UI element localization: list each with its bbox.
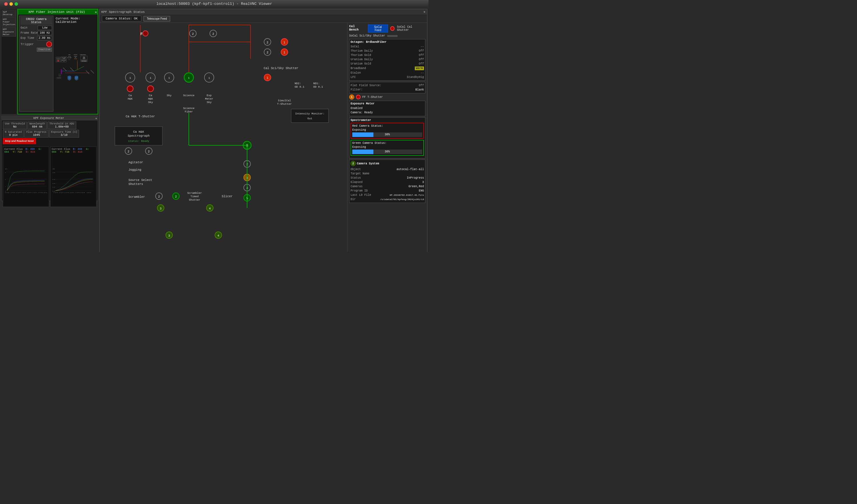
svg-text:Mirror: Mirror (58, 75, 61, 75)
svg-text:Sky: Sky (207, 101, 212, 104)
fiu-close[interactable]: ✕ (95, 10, 97, 14)
svg-point-105 (127, 86, 133, 91)
exp-meter-enabled: Enabled (351, 107, 363, 110)
camera-status-ok: Camera Status: OK (102, 16, 141, 21)
trigger-label: Trigger (20, 43, 34, 46)
svg-text:11:34:30: 11:34:30 (16, 192, 20, 193)
svg-text:3: 3 (160, 207, 162, 210)
svg-text:2: 2 (267, 51, 268, 54)
camera-system-section: 2 Camera System Object autocal-flat-all … (349, 159, 425, 203)
svg-text:Ca: Ca (149, 94, 152, 97)
socal-sci-sky-label: SoCal Sci/Sky Shutter (349, 34, 385, 37)
cameras-val: Green,Red (408, 185, 424, 188)
camera-system-label: Camera System (357, 162, 379, 165)
svg-text:0.75: 0.75 (52, 179, 55, 180)
svg-text:2: 2 (175, 195, 177, 198)
sidebar-item-kpf-desktop[interactable]: kpf Desktop (2, 10, 16, 17)
svg-text:1: 1 (208, 77, 210, 79)
svg-text:Shutter: Shutter (189, 198, 200, 201)
svg-text:2: 2 (267, 41, 268, 44)
exp-time-ctrl-value: 3/10 (51, 134, 77, 137)
fiu-panel: KPF Fiber Injection Unit (FIU) ✕ CRED2 C… (17, 9, 98, 115)
svg-text:ADC Stage: ADC Stage (67, 57, 72, 58)
stop-readout-button[interactable]: Stop and Readout Now! (3, 138, 36, 144)
threshold-box: Threshold in ADU 1.00e+09 (47, 121, 76, 129)
svg-text:11:35:14: 11:35:14 (86, 192, 91, 193)
cameras-label: Cameras (351, 185, 363, 188)
broadband-row: Broadband Warm (351, 66, 424, 71)
svg-text:Fiber: Fiber (185, 110, 193, 113)
svg-text:Off: Off (69, 80, 70, 81)
status-label: Status (351, 177, 361, 180)
cal-bench-header: Cal Bench SoCal Feed SoCal Cal Shutter (349, 24, 425, 33)
threshold-label: Threshold in ADU (49, 122, 74, 125)
ff-red-btn[interactable] (356, 95, 360, 99)
chart1-r-label: R: 816 (26, 151, 36, 153)
svg-text:1: 1 (129, 77, 131, 79)
exp-meter-status-label: Exposure Meter (351, 102, 424, 105)
exp-time-value: 2.00 ms (37, 36, 52, 40)
svg-text:closed: closed (57, 59, 60, 60)
mode-label: Current Mode: Calibration (56, 17, 95, 24)
status-val: InProgress (407, 177, 424, 180)
exp-meter-titlebar: KPF Exposure Meter ✕ (2, 116, 98, 120)
svg-text:CaHK: CaHK (68, 77, 70, 78)
spectrometer-label: Spectrometer (351, 119, 424, 122)
svg-text:Fiber: Fiber (75, 78, 78, 79)
n-saturated-box: N Saturated 0 pix (3, 130, 24, 137)
traffic-lights (4, 2, 18, 6)
socal-feed-button[interactable]: SoCal Feed (368, 24, 388, 33)
chart2-b-label: B: 498 (73, 148, 83, 151)
svg-text:Scrambler: Scrambler (187, 191, 202, 195)
cred2-panel: CRED2 Camera Status Gain Low Frame Rate … (19, 16, 53, 112)
svg-text:H&K: H&K (128, 97, 133, 100)
green-camera-label: Green Camera Status: (352, 141, 422, 145)
thorium-gold-row: Thorium Gold Off (351, 53, 424, 57)
last-l0-row: Last L0 File KP.20240702.81917.45.fits (351, 193, 424, 197)
octagon-section: Octagon: BrdbandFiber SoCal -- Thorium D… (349, 39, 425, 81)
spectrometer-camera-row: Spectrometer Red Camera Status: Exposing… (349, 117, 425, 158)
svg-text:ND1:: ND1: (313, 82, 320, 85)
svg-text:Source Select: Source Select (129, 178, 152, 182)
exp-meter-close[interactable]: ✕ (95, 117, 97, 120)
chart2-r-label: R: 816 (73, 151, 83, 153)
svg-text:1.00: 1.00 (52, 172, 55, 173)
close-button[interactable] (4, 2, 8, 6)
svg-text:2: 2 (213, 32, 214, 36)
green-progress-bar: 30% (352, 150, 422, 154)
svg-text:Ca H&K: Ca H&K (133, 130, 144, 134)
svg-text:Meter: Meter (205, 97, 213, 100)
chart2-y-label: Y: 710 (60, 151, 70, 153)
svg-text:Off: Off (76, 80, 77, 81)
telescope-feed-button[interactable]: Telescope Feed (144, 16, 170, 21)
sidebar-item-fiber-injection[interactable]: KPF Fiber Injection (2, 17, 16, 27)
green-camera-box: Green Camera Status: Exposing 30% (351, 140, 424, 156)
svg-text:1e7: 1e7 (5, 168, 7, 169)
chart2-title: Current Flux B: 498 G: 604 Y: 710 R: 816 (52, 148, 95, 153)
flux-progress-label: Flux Progress (26, 131, 46, 134)
socal-feed-red-btn[interactable] (390, 26, 395, 31)
svg-text:Ca H&K T-Shutter: Ca H&K T-Shutter (125, 115, 155, 118)
spectrograph-title: KPF Spectrograph Status (101, 10, 145, 14)
svg-text:Exp: Exp (207, 94, 212, 97)
trigger-button[interactable] (46, 41, 52, 47)
wavelength-label: Wavelength (29, 122, 45, 125)
chart1-svg: 1e7 3 2 1 0 (4, 154, 48, 207)
svg-text:Sky: Sky (148, 101, 153, 104)
chart2-svg: 1e9 1.00 0.75 0.50 0.25 0.00 (52, 154, 95, 207)
elapsed-val: 3 (422, 181, 424, 184)
chart2-label: Current Flux (52, 148, 70, 151)
octagon-label: Octagon: BrdbandFiber (351, 40, 424, 44)
chart1-b-label: B: 498 (26, 148, 36, 151)
spectrograph-close[interactable]: ✕ (423, 10, 425, 14)
maximize-button[interactable] (15, 2, 18, 6)
use-threshold-value: No (5, 125, 25, 129)
svg-text:HK ADC:: HK ADC: (68, 58, 71, 60)
wavelength-box: Wavelength 604 nm (28, 121, 47, 129)
minimize-button[interactable] (10, 2, 13, 6)
svg-text:Out: Out (307, 117, 312, 120)
window-title: localhost:50003 (kpf-kpf1-control1) - Re… (156, 2, 272, 6)
svg-text:11:35:06: 11:35:06 (81, 192, 85, 193)
spectrograph-panel: KPF Spectrograph Status ✕ Camera Status:… (99, 9, 427, 252)
sidebar-item-exposure-meter[interactable]: KPF Exposure Meter (2, 27, 16, 36)
